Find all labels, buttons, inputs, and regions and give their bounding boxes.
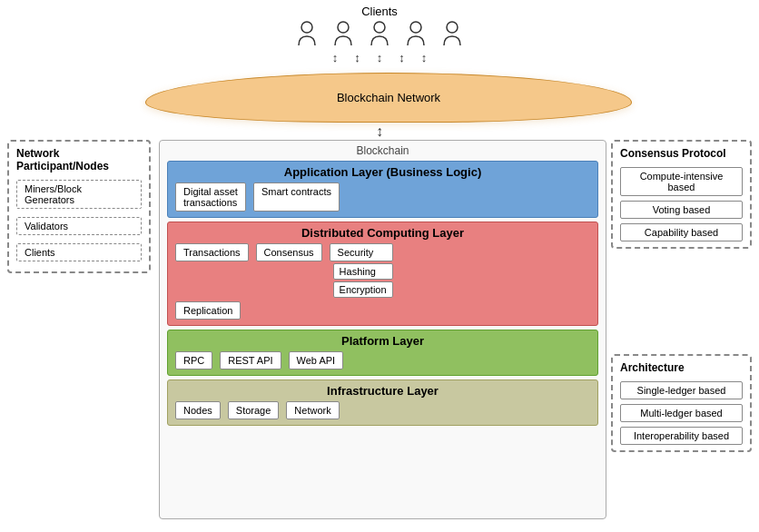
left-panel-item-1: Validators [16,217,142,235]
architecture-title: Architecture [620,361,743,374]
app-layer: Application Layer (Business Logic) Digit… [167,161,598,218]
left-panel-item-0: Miners/Block Generators [16,180,142,209]
infra-layer-title: Infrastructure Layer [175,384,590,398]
svg-point-3 [410,22,421,33]
app-layer-item-0: Digital assettransactions [175,182,246,212]
left-panel-item-2: Clients [16,243,142,261]
consensus-protocol-panel: Consensus Protocol Compute-intensive bas… [611,140,752,249]
svg-point-0 [301,22,312,33]
app-layer-item-1: Smart contracts [253,182,340,212]
platform-rest-api: REST API [220,351,281,369]
svg-point-2 [374,22,385,33]
architecture-item-0: Single-ledger based [620,381,743,399]
infra-nodes: Nodes [175,401,221,419]
infra-network: Network [286,401,339,419]
platform-rpc: RPC [175,351,212,369]
architecture-item-1: Multi-ledger based [620,404,743,422]
dist-row2: Replication [175,301,590,320]
person-icon-2 [333,20,353,47]
person-icon-4 [406,20,426,47]
app-layer-title: Application Layer (Business Logic) [175,165,590,179]
person-icon-3 [370,20,389,47]
blockchain-network-cloud: Blockchain Network [145,73,632,123]
encryption-item: Encryption [333,281,393,298]
infra-layer: Infrastructure Layer Nodes Storage Netwo… [167,379,598,426]
client-icons [163,20,596,47]
left-panel-items: Miners/Block Generators Validators Clien… [16,180,142,266]
platform-layer: Platform Layer RPC REST API Web API [167,330,598,376]
arrow-down-1: ↕ [332,51,339,64]
architecture-items: Single-ledger based Multi-ledger based I… [620,381,743,445]
blockchain-network-label: Blockchain Network [337,91,440,104]
consensus-items: Compute-intensive based Voting based Cap… [620,167,743,241]
clients-section: Clients [163,5,596,64]
arrow-down-3: ↕ [377,51,383,64]
arrow-down-5: ↕ [421,51,428,64]
infra-storage: Storage [228,401,280,419]
left-panel: Network Participant/Nodes Miners/Block G… [7,140,151,273]
svg-point-4 [447,22,458,33]
central-arrow: ↕ [376,123,383,140]
platform-layer-title: Platform Layer [175,334,590,348]
dist-consensus: Consensus [256,243,322,261]
infra-items: Nodes Storage Network [175,401,590,419]
left-panel-title: Network Participant/Nodes [16,147,142,172]
platform-items: RPC REST API Web API [175,351,590,369]
consensus-item-2: Capability based [620,223,743,241]
svg-point-1 [338,22,349,33]
security-group: Security Hashing Encryption [330,243,393,298]
hashing-item: Hashing [333,263,393,280]
consensus-item-1: Voting based [620,201,743,219]
arrow-down-4: ↕ [399,51,405,64]
consensus-item-0: Compute-intensive based [620,167,743,196]
person-icon-1 [297,20,317,47]
blockchain-box: Blockchain Application Layer (Business L… [159,140,606,519]
architecture-panel: Architecture Single-ledger based Multi-l… [611,354,752,452]
app-layer-items: Digital assettransactions Smart contract… [175,182,590,212]
dist-transactions: Transactions [175,243,249,261]
dist-layer-title: Distributed Computing Layer [175,226,590,240]
dist-row1: Transactions Consensus Security Hashing … [175,243,590,298]
consensus-protocol-title: Consensus Protocol [620,147,743,160]
security-label: Security [330,243,393,261]
person-icon-5 [442,20,462,47]
arrow-down-2: ↕ [354,51,360,64]
architecture-item-2: Interoperability based [620,427,743,445]
platform-web-api: Web API [289,351,344,369]
clients-label: Clients [163,5,596,18]
blockchain-title: Blockchain [160,141,606,159]
security-sub: Hashing Encryption [330,263,393,298]
dist-layer: Distributed Computing Layer Transactions… [167,222,598,326]
dist-replication: Replication [175,301,241,320]
